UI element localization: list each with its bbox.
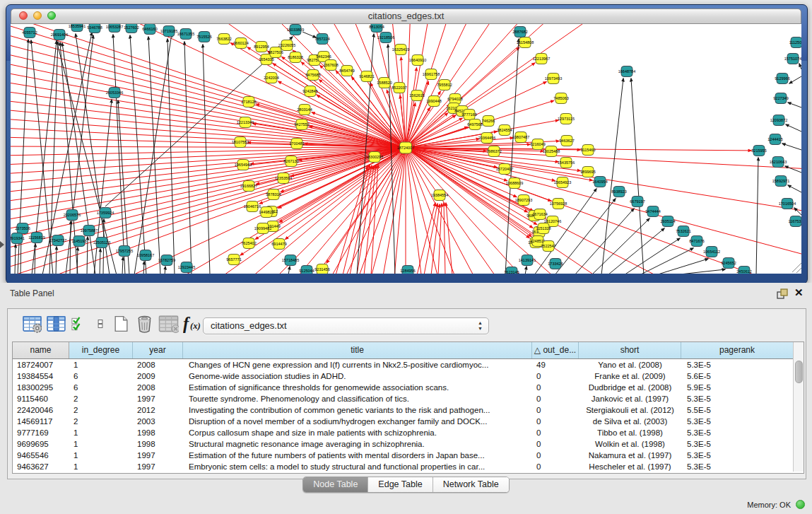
- table-row[interactable]: 2242004622012Investigating the contribut…: [13, 404, 794, 416]
- table-row[interactable]: 946554611997Estimation of the future num…: [13, 450, 794, 461]
- column-header-short[interactable]: short: [579, 342, 681, 358]
- table-cell: 1: [69, 450, 133, 461]
- graph-node-label: 9827506: [268, 50, 283, 54]
- table-header-row: namein_degreeyeartitle△ out_de...shortpa…: [13, 342, 794, 359]
- table-cell: 18300295: [13, 382, 69, 393]
- delete-icon[interactable]: [135, 315, 154, 333]
- column-header-title[interactable]: title: [183, 342, 532, 358]
- black-edge: [148, 37, 160, 274]
- graph-node-label: 9660124: [233, 41, 248, 45]
- graph-node-label: 1733426: [548, 262, 563, 266]
- merge-rows-icon[interactable]: [95, 315, 105, 333]
- graph-node-label: 8471676: [689, 239, 704, 243]
- table-panel-header: Table Panel ✕: [0, 283, 812, 305]
- select-columns-icon[interactable]: [71, 315, 87, 333]
- graph-node-label: 18535941: [69, 24, 86, 28]
- tab-network-table[interactable]: Network Table: [433, 477, 509, 492]
- graph-node-label: 9463627: [559, 139, 574, 143]
- column-header-in_degree[interactable]: in_degree: [69, 342, 133, 358]
- graph-node-label: 1990448: [426, 99, 441, 103]
- table-cell: Tourette syndrome. Phenomenology and cla…: [183, 393, 532, 404]
- graph-node-label: 16671355: [177, 32, 194, 36]
- graph-node-label: 20691406: [51, 33, 68, 37]
- table-cell: 6: [69, 382, 133, 393]
- graph-node-label: 2935114: [660, 219, 675, 223]
- table-cell: Investigating the contribution of common…: [183, 404, 532, 416]
- float-window-icon[interactable]: [777, 288, 789, 300]
- graph-node-label: 8267130: [283, 159, 298, 163]
- node-table: namein_degreeyeartitle△ out_de...shortpa…: [12, 341, 804, 474]
- graph-node-label: 16640910: [409, 58, 426, 62]
- status-bar: Memory: OK: [0, 495, 812, 514]
- table-scrollbar[interactable]: [793, 342, 804, 472]
- table-cell: Hescheler et al. (1997): [579, 461, 681, 472]
- graph-node-label: 8912954: [254, 45, 269, 49]
- graph-node-label: 10653287: [106, 25, 123, 29]
- table-cell: 9463627: [13, 461, 69, 472]
- scrollbar-thumb[interactable]: [795, 361, 803, 383]
- graph-node-label: 6466160: [142, 27, 157, 31]
- black-edge: [794, 208, 801, 215]
- table-cell: 2: [69, 416, 133, 427]
- new-document-icon[interactable]: [112, 315, 130, 333]
- tab-node-table[interactable]: Node Table: [303, 477, 368, 492]
- graph-node-label: 9129966: [775, 76, 789, 81]
- black-edge: [165, 267, 165, 274]
- black-edge: [756, 158, 758, 274]
- black-edge: [113, 35, 125, 274]
- network-canvas[interactable]: 4055712206914061853594193467881065328715…: [11, 24, 801, 274]
- zoom-button[interactable]: [47, 11, 56, 20]
- table-row[interactable]: 977716911998Corpus callosum shape and si…: [13, 427, 794, 438]
- table-row[interactable]: 1938455462009Genome-wide association stu…: [13, 370, 794, 382]
- close-panel-icon[interactable]: ✕: [794, 286, 804, 299]
- graph-node-label: 19384554: [431, 193, 448, 197]
- column-header-pagerank[interactable]: pagerank: [681, 342, 794, 358]
- table-row[interactable]: 946362711997Embryonic stem cells: a mode…: [13, 461, 794, 472]
- graph-node-label: 11156819: [28, 235, 45, 240]
- tab-edge-table[interactable]: Edge Table: [368, 477, 433, 492]
- graph-node-label: 8454749: [339, 69, 354, 73]
- table-cell: 2008: [133, 382, 183, 393]
- graph-node-label: 9346788: [87, 25, 102, 30]
- table-row[interactable]: 911546021997Tourette syndrome. Phenomeno…: [13, 393, 794, 404]
- table-row[interactable]: 1872400712008Changes of HCN gene express…: [13, 359, 794, 370]
- column-header-year[interactable]: year: [133, 342, 183, 358]
- graph-node-label: 1284956: [400, 269, 415, 273]
- collapsed-panel-arrow-icon[interactable]: [0, 241, 4, 248]
- memory-status-label: Memory: OK: [747, 501, 791, 509]
- column-header-name[interactable]: name: [13, 342, 69, 358]
- graph-node-label: 10756928: [550, 201, 567, 206]
- graph-node-label: 746266: [482, 119, 495, 123]
- red-edge: [406, 148, 546, 218]
- graph-node-label: 5462346: [316, 54, 331, 59]
- table-cell: Embryonic stem cells: a model to study s…: [183, 461, 532, 472]
- minimize-button[interactable]: [33, 11, 42, 20]
- function-icon[interactable]: f(x): [183, 315, 203, 333]
- table-row[interactable]: 1456911722003Disruption of a novel membe…: [13, 416, 794, 427]
- graph-node-label: 12505123: [93, 240, 110, 245]
- table-cell: Corpus callosum shape and size in male p…: [183, 427, 532, 438]
- graph-node-label: 19166827: [240, 184, 257, 188]
- graph-node-label: 9427552: [294, 122, 309, 127]
- graph-node-label: 15751074: [784, 57, 801, 61]
- graph-node-label: 9227349: [773, 96, 788, 100]
- close-button[interactable]: [19, 11, 28, 20]
- graph-node-label: 20364456: [478, 136, 495, 140]
- graph-node-label: 12213349: [237, 120, 254, 124]
- graph-node-label: 7955812: [437, 83, 452, 87]
- table-cell: 9777169: [13, 427, 69, 438]
- graph-node-label: 2718126: [241, 100, 256, 104]
- table-row[interactable]: 969969511998Structural magnetic resonanc…: [13, 438, 794, 450]
- table-cell: 49: [532, 359, 579, 370]
- table-settings-icon[interactable]: [23, 315, 42, 333]
- table-selector-combobox[interactable]: citations_edges.txt ▲▼: [203, 317, 489, 334]
- table-row[interactable]: 1830029562008Estimation of significance …: [13, 382, 794, 393]
- table-subpanel: f(x) citations_edges.txt ▲▼ namein_degre…: [7, 308, 806, 479]
- column-header-out_de[interactable]: △ out_de...: [532, 342, 579, 358]
- black-edge: [601, 78, 623, 274]
- network-window-titlebar[interactable]: citations_edges.txt: [11, 8, 801, 24]
- table-column-icon[interactable]: [47, 315, 66, 333]
- black-edge: [799, 64, 801, 69]
- import-table-disabled-icon[interactable]: [158, 315, 179, 333]
- graph-node-label: 10025488: [543, 149, 560, 153]
